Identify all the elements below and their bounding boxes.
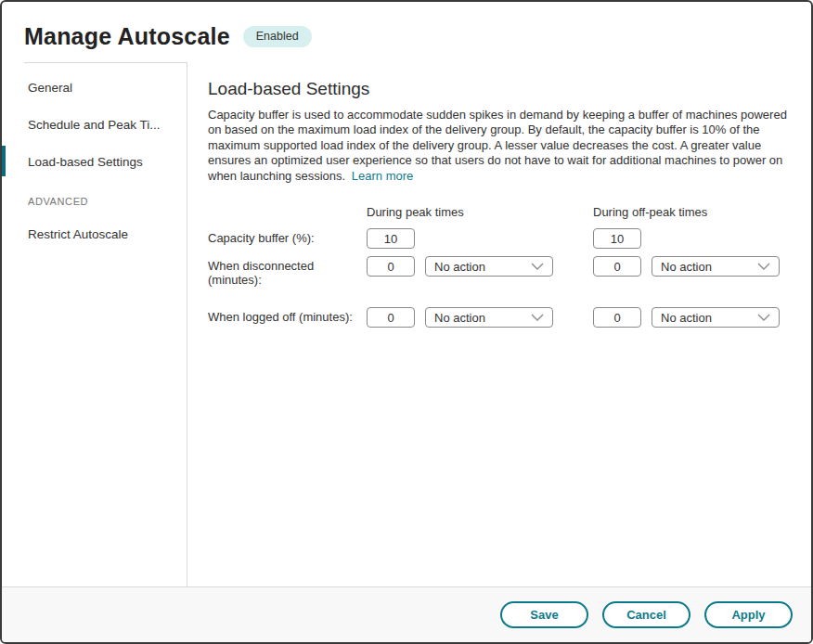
sidebar-item-restrict-autoscale[interactable]: Restrict Autoscale: [2, 215, 187, 252]
sidebar-section-advanced: ADVANCED: [2, 195, 187, 208]
selected-option: No action: [661, 260, 712, 274]
capacity-buffer-label: Capacity buffer (%):: [208, 228, 367, 245]
body: General Schedule and Peak Ti... Load-bas…: [2, 62, 811, 586]
chevron-down-icon: [531, 314, 544, 321]
sidebar-item-general[interactable]: General: [2, 69, 187, 106]
sidebar-item-label: Load-based Settings: [28, 155, 143, 169]
sidebar-item-label: General: [28, 81, 72, 95]
cancel-button[interactable]: Cancel: [602, 601, 690, 628]
disconnected-offpeak-action-select[interactable]: No action: [652, 256, 780, 277]
chevron-down-icon: [531, 263, 544, 270]
loggedoff-offpeak-minutes-input[interactable]: [593, 307, 641, 328]
description-text: Capacity buffer is used to accommodate s…: [208, 108, 787, 183]
sidebar-item-load-based-settings[interactable]: Load-based Settings: [2, 143, 187, 180]
sidebar-item-schedule-and-peak-times[interactable]: Schedule and Peak Ti...: [2, 106, 187, 143]
sidebar: General Schedule and Peak Ti... Load-bas…: [2, 62, 187, 586]
off-peak-column-header: During off-peak times: [593, 205, 811, 219]
selected-option: No action: [661, 311, 712, 325]
column-headers-row: During peak times During off-peak times: [208, 205, 793, 219]
section-description: Capacity buffer is used to accommodate s…: [208, 108, 793, 184]
manage-autoscale-dialog: Manage Autoscale Enabled General Schedul…: [0, 0, 813, 644]
loggedoff-peak-action-select[interactable]: No action: [425, 307, 553, 328]
loggedoff-offpeak-action-select[interactable]: No action: [652, 307, 780, 328]
loggedoff-peak-minutes-input[interactable]: [367, 307, 415, 328]
when-logged-off-label: When logged off (minutes):: [208, 307, 367, 324]
active-indicator: [2, 146, 6, 176]
capacity-buffer-offpeak-input[interactable]: [593, 228, 641, 249]
main-content: Load-based Settings Capacity buffer is u…: [187, 62, 811, 586]
selected-option: No action: [434, 311, 485, 325]
sidebar-item-label: Restrict Autoscale: [28, 227, 128, 241]
chevron-down-icon: [757, 314, 770, 321]
learn-more-link[interactable]: Learn more: [352, 169, 413, 183]
save-button[interactable]: Save: [500, 601, 588, 628]
header: Manage Autoscale Enabled: [2, 2, 811, 62]
footer: Save Cancel Apply: [2, 586, 811, 642]
capacity-buffer-peak-input[interactable]: [367, 228, 415, 249]
when-disconnected-label: When disconnected (minutes):: [208, 256, 367, 287]
capacity-buffer-row: Capacity buffer (%):: [208, 228, 793, 249]
disconnected-offpeak-minutes-input[interactable]: [593, 256, 641, 277]
page-title: Manage Autoscale: [24, 23, 230, 50]
apply-button[interactable]: Apply: [704, 601, 793, 628]
sidebar-nav: General Schedule and Peak Ti... Load-bas…: [2, 63, 187, 252]
chevron-down-icon: [757, 263, 770, 270]
selected-option: No action: [434, 260, 485, 274]
when-disconnected-row: When disconnected (minutes): No action N…: [208, 256, 793, 287]
when-logged-off-row: When logged off (minutes): No action No …: [208, 307, 793, 328]
disconnected-peak-minutes-input[interactable]: [367, 256, 415, 277]
disconnected-peak-action-select[interactable]: No action: [425, 256, 553, 277]
section-heading: Load-based Settings: [208, 79, 793, 99]
sidebar-item-label: Schedule and Peak Ti...: [28, 118, 161, 132]
peak-column-header: During peak times: [367, 205, 593, 219]
load-based-settings-form: During peak times During off-peak times …: [208, 205, 793, 328]
status-badge: Enabled: [243, 26, 312, 47]
